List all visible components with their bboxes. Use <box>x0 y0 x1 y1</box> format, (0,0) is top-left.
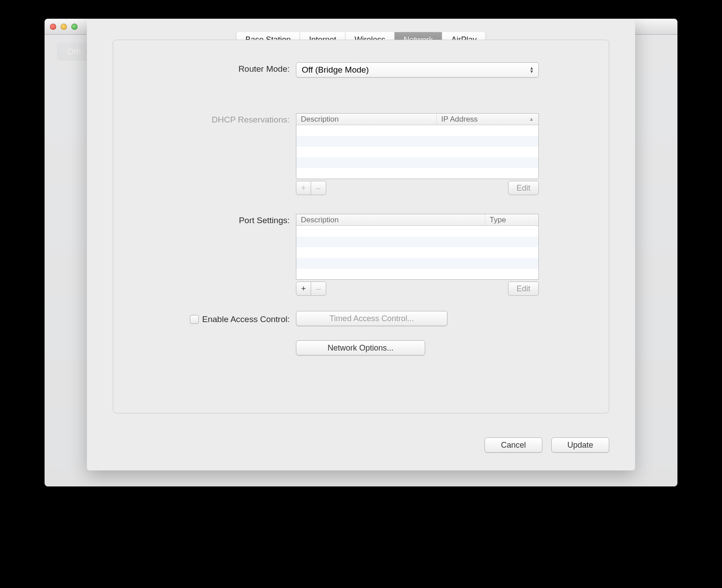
cancel-button[interactable]: Cancel <box>484 437 542 453</box>
list-item <box>296 226 538 237</box>
list-item <box>296 237 538 247</box>
list-item <box>296 136 538 147</box>
dhcp-add-button[interactable]: + <box>296 181 311 195</box>
port-col-description[interactable]: Description <box>296 214 485 225</box>
list-item <box>296 147 538 157</box>
list-item <box>296 258 538 269</box>
minimize-icon[interactable] <box>61 24 67 30</box>
port-settings-label: Port Settings: <box>113 214 296 225</box>
list-item <box>296 157 538 168</box>
router-mode-value: Off (Bridge Mode) <box>302 65 369 75</box>
dhcp-list-header: Description IP Address <box>296 114 538 125</box>
port-edit-button[interactable]: Edit <box>508 282 539 296</box>
network-options-button[interactable]: Network Options... <box>296 340 425 355</box>
app-window: AirPort Utility Oth Base Station Interne… <box>45 19 677 486</box>
chevron-updown-icon: ▲▼ <box>529 66 534 74</box>
port-list-body <box>296 226 538 279</box>
settings-sheet: Base Station Internet Wireless Network A… <box>87 19 635 470</box>
list-item <box>296 168 538 179</box>
enable-access-control-checkbox[interactable] <box>190 315 199 324</box>
sheet-footer: Cancel Update <box>484 437 609 453</box>
port-settings-list[interactable]: Description Type <box>296 214 539 280</box>
port-list-header: Description Type <box>296 214 538 226</box>
timed-access-control-button[interactable]: Timed Access Control... <box>296 311 447 326</box>
list-item <box>296 269 538 279</box>
dhcp-col-description[interactable]: Description <box>296 114 437 125</box>
port-col-type[interactable]: Type <box>485 214 538 225</box>
dhcp-list-body <box>296 125 538 179</box>
enable-access-control-row: Enable Access Control: <box>113 313 296 324</box>
zoom-icon[interactable] <box>71 24 78 30</box>
update-button[interactable]: Update <box>551 437 609 453</box>
router-mode-dropdown[interactable]: Off (Bridge Mode) ▲▼ <box>296 62 539 78</box>
dhcp-reservations-label: DHCP Reservations: <box>113 113 296 125</box>
dhcp-edit-button[interactable]: Edit <box>508 181 539 195</box>
list-item <box>296 247 538 258</box>
list-item <box>296 125 538 136</box>
traffic-lights <box>50 24 78 30</box>
close-icon[interactable] <box>50 24 56 30</box>
router-mode-label: Router Mode: <box>113 62 296 74</box>
network-panel: Router Mode: Off (Bridge Mode) ▲▼ DHCP R… <box>113 40 609 413</box>
port-remove-button[interactable]: – <box>311 282 326 296</box>
dhcp-reservations-list[interactable]: Description IP Address <box>296 113 539 179</box>
dhcp-col-ip[interactable]: IP Address <box>437 114 538 125</box>
port-add-button[interactable]: + <box>296 282 311 296</box>
dhcp-remove-button[interactable]: – <box>311 181 326 195</box>
enable-access-control-label: Enable Access Control: <box>202 314 290 324</box>
